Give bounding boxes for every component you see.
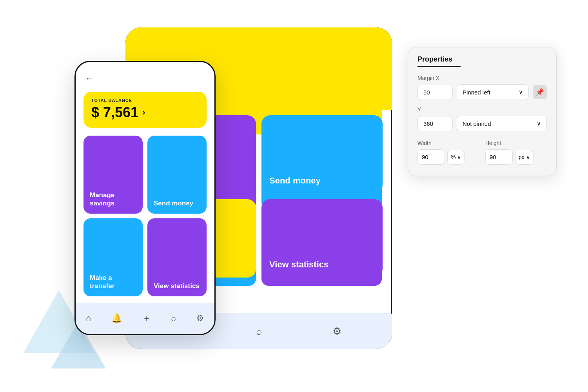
zoom-cell-send-money[interactable]: Send money — [261, 115, 383, 194]
height-unit-select[interactable]: px ∨ — [515, 150, 534, 165]
y-label: Y — [417, 106, 547, 113]
width-unit-select[interactable]: % ∨ — [447, 150, 465, 165]
manage-savings-label: Manage savings — [90, 191, 136, 208]
margin-x-row: Pinned left ∨ 📌 — [417, 84, 547, 100]
front-action-grid: Manage savings Send money Make a transfe… — [83, 136, 207, 296]
height-input[interactable] — [485, 149, 513, 165]
margin-x-pin-select[interactable]: Pinned left ∨ — [457, 84, 529, 100]
nav-add-icon[interactable]: ＋ — [142, 312, 151, 324]
front-nav-bar: ⌂ 🔔 ＋ ⌕ ⚙ — [76, 303, 214, 334]
balance-currency-symbol: $ — [91, 104, 99, 121]
nav-settings-icon[interactable]: ⚙ — [196, 313, 204, 323]
front-back-arrow-icon[interactable]: ← — [85, 73, 94, 83]
zoom-nav-settings-icon: ⚙ — [332, 325, 341, 338]
send-money-button[interactable]: Send money — [147, 136, 207, 214]
zoom-send-money-label: Send money — [269, 176, 321, 186]
height-col: Height px ∨ — [485, 138, 547, 165]
y-chevron-icon: ∨ — [537, 120, 541, 127]
manage-savings-button[interactable]: Manage savings — [83, 136, 143, 214]
phone-front-header: ← — [76, 62, 214, 90]
panel-title: Properties — [408, 47, 556, 64]
margin-x-pin-value: Pinned left — [463, 89, 490, 96]
balance-card[interactable]: TOTAL BALANCE $ 7,561 › — [83, 92, 207, 128]
width-row: % ∨ — [417, 149, 479, 165]
make-transfer-button[interactable]: Make a transfer — [83, 218, 143, 296]
nav-home-icon[interactable]: ⌂ — [86, 313, 91, 323]
pin-button[interactable]: 📌 — [533, 85, 547, 99]
width-height-section: Width % ∨ Height px ∨ — [408, 138, 556, 165]
send-money-label: Send money — [154, 199, 193, 207]
balance-amount-row: $ 7,561 › — [91, 104, 199, 121]
y-pin-select[interactable]: Not pinned ∨ — [457, 116, 547, 131]
margin-x-chevron-icon: ∨ — [519, 89, 523, 96]
margin-x-input[interactable] — [417, 85, 453, 100]
width-unit-chevron-icon: ∨ — [457, 154, 461, 160]
width-label: Width — [417, 140, 479, 146]
phone-front: ← TOTAL BALANCE $ 7,561 › Manage savings… — [74, 61, 216, 335]
make-transfer-label: Make a transfer — [90, 274, 136, 290]
view-statistics-label: View statistics — [154, 282, 200, 290]
height-row: px ∨ — [485, 149, 547, 165]
margin-x-label: Margin X — [417, 75, 547, 81]
properties-panel: Properties Margin X Pinned left ∨ 📌 Y No… — [408, 47, 557, 176]
height-unit-chevron-icon: ∨ — [526, 154, 530, 160]
zoom-nav-search-icon: ⌕ — [256, 325, 262, 338]
y-section: Y Not pinned ∨ — [408, 106, 556, 138]
panel-title-underline — [417, 66, 461, 67]
height-unit-value: px — [519, 154, 524, 160]
view-statistics-button[interactable]: View statistics — [147, 218, 207, 296]
balance-chevron-icon: › — [142, 107, 145, 118]
nav-bell-icon[interactable]: 🔔 — [111, 313, 122, 323]
balance-label: TOTAL BALANCE — [91, 98, 199, 103]
zoom-view-statistics-label: View statistics — [269, 260, 328, 270]
y-input[interactable] — [417, 116, 453, 131]
width-input[interactable] — [417, 149, 445, 165]
margin-x-section: Margin X Pinned left ∨ 📌 — [408, 75, 556, 106]
width-unit-value: % — [451, 154, 456, 160]
y-pin-value: Not pinned — [463, 120, 491, 127]
zoom-cell-view-statistics[interactable]: View statistics — [261, 199, 383, 278]
y-row: Not pinned ∨ — [417, 116, 547, 131]
width-col: Width % ∨ — [417, 138, 479, 165]
nav-search-icon[interactable]: ⌕ — [171, 313, 176, 323]
balance-value: 7,561 — [103, 104, 138, 121]
pin-icon: 📌 — [535, 88, 544, 96]
height-label: Height — [485, 140, 547, 146]
